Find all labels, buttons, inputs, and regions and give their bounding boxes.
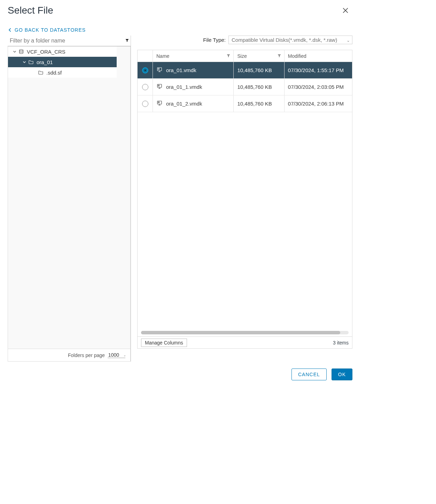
back-to-datastores-link[interactable]: GO BACK TO DATASTORES [8, 27, 352, 33]
close-button[interactable] [341, 6, 350, 15]
horizontal-scrollbar[interactable] [141, 331, 349, 334]
svg-point-0 [20, 49, 23, 51]
chevron-left-icon [8, 28, 13, 32]
cell-size: 10,485,760 KB [234, 79, 284, 95]
table-row[interactable]: ora_01_1.vmdk10,485,760 KB07/30/2024, 2:… [138, 79, 352, 95]
grid-body: ora_01.vmdk10,485,760 KB07/30/2024, 1:55… [138, 62, 352, 329]
file-type-label: File Type: [203, 37, 226, 43]
chevron-down-icon: ⌄ [347, 38, 350, 43]
dialog-title: Select File [8, 5, 53, 16]
folder-filter [8, 36, 131, 46]
table-row[interactable]: ora_01.vmdk10,485,760 KB07/30/2024, 1:55… [138, 62, 352, 79]
cell-name: ora_01.vmdk [153, 62, 234, 78]
dialog-header: Select File [8, 5, 352, 16]
grid-header: Name Size Modified [138, 50, 352, 62]
file-type-row: File Type: Compatible Virtual Disks(*.vm… [137, 36, 352, 44]
folder-tree[interactable]: VCF_ORA_CRS ora_01 [8, 46, 130, 349]
file-type-select[interactable]: Compatible Virtual Disks(*.vmdk, *.dsk, … [228, 36, 352, 44]
column-header-size[interactable]: Size [234, 50, 284, 62]
file-name: ora_01.vmdk [166, 67, 196, 73]
cell-size: 10,485,760 KB [234, 95, 284, 112]
tree-node-label: VCF_ORA_CRS [27, 49, 65, 55]
folders-per-page-select[interactable]: 1000 [108, 352, 125, 358]
row-radio[interactable] [138, 79, 153, 95]
vmdk-icon [156, 83, 163, 91]
cell-modified: 07/30/2024, 2:06:13 PM [285, 95, 352, 112]
ok-button[interactable]: OK [332, 369, 352, 380]
cell-modified: 07/30/2024, 2:03:05 PM [285, 79, 352, 95]
cell-size: 10,485,760 KB [234, 62, 284, 78]
tree-node-folder[interactable]: .sdd.sf [8, 67, 117, 78]
tree-node-datastore[interactable]: VCF_ORA_CRS [8, 46, 117, 57]
item-count: 3 items [333, 340, 349, 346]
vmdk-icon [156, 67, 163, 74]
folder-filter-input[interactable] [8, 37, 125, 45]
file-name: ora_01_1.vmdk [166, 84, 202, 90]
back-link-label: GO BACK TO DATASTORES [15, 27, 86, 33]
cell-name: ora_01_1.vmdk [153, 79, 234, 95]
file-grid: Name Size Modified ora [137, 50, 352, 349]
table-row[interactable]: ora_01_2.vmdk10,485,760 KB07/30/2024, 2:… [138, 95, 352, 112]
column-header-modified[interactable]: Modified [285, 50, 352, 62]
file-panel: File Type: Compatible Virtual Disks(*.vm… [137, 36, 352, 362]
file-type-value: Compatible Virtual Disks(*.vmdk, *.dsk, … [232, 37, 337, 43]
datastore-icon [18, 49, 25, 54]
manage-columns-button[interactable]: Manage Columns [141, 339, 187, 347]
svg-rect-6 [158, 102, 159, 103]
row-radio[interactable] [138, 62, 153, 78]
svg-rect-4 [158, 85, 159, 86]
filter-icon[interactable] [125, 38, 130, 44]
tree-node-label: .sdd.sf [46, 70, 62, 76]
grid-footer: Manage Columns 3 items [138, 336, 352, 348]
folder-tree-container: VCF_ORA_CRS ora_01 [8, 46, 131, 362]
file-name: ora_01_2.vmdk [166, 101, 202, 107]
folders-per-page: Folders per page 1000 ⌄ [8, 349, 130, 361]
select-file-dialog: Select File GO BACK TO DATASTORES [0, 0, 352, 389]
dialog-buttons: CANCEL OK [8, 369, 352, 380]
column-header-name[interactable]: Name [153, 50, 234, 62]
filter-icon[interactable] [226, 54, 231, 59]
column-select [138, 50, 153, 62]
tree-node-folder-selected[interactable]: ora_01 [8, 57, 117, 67]
row-radio[interactable] [138, 95, 153, 112]
cell-name: ora_01_2.vmdk [153, 95, 234, 112]
folder-panel: VCF_ORA_CRS ora_01 [8, 36, 131, 362]
chevron-down-icon[interactable] [11, 49, 18, 54]
tree-node-label: ora_01 [37, 59, 53, 65]
folder-icon [37, 70, 44, 75]
chevron-down-icon[interactable] [21, 60, 28, 64]
filter-icon[interactable] [277, 54, 281, 59]
cancel-button[interactable]: CANCEL [291, 369, 327, 380]
folder-icon [28, 59, 34, 65]
svg-rect-2 [158, 68, 159, 69]
folders-per-page-label: Folders per page [68, 352, 105, 358]
cell-modified: 07/30/2024, 1:55:17 PM [285, 62, 352, 78]
close-icon [342, 7, 349, 14]
vmdk-icon [156, 100, 163, 107]
